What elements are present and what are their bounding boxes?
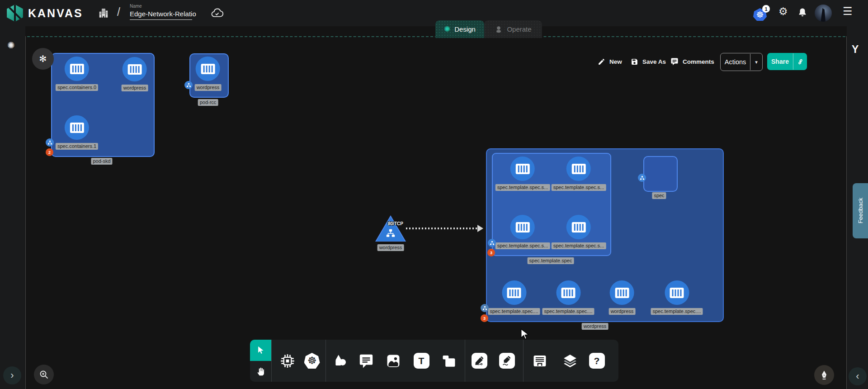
sticky-note-tool[interactable] — [437, 340, 461, 382]
node-template-container[interactable]: spec.template.spec.... — [488, 280, 540, 315]
container-icon — [196, 57, 220, 81]
toolbar-divider — [326, 340, 326, 382]
node-service-wordpress[interactable] — [375, 215, 406, 242]
copy-link-icon[interactable] — [793, 57, 807, 66]
actions-dropdown-button[interactable]: Actions ▾ — [720, 53, 763, 71]
node-wordpress-container[interactable]: wordpress — [195, 57, 222, 91]
expand-right-panel-button[interactable]: ‹ — [849, 367, 867, 385]
node-template-container[interactable]: spec.template.spec.... — [651, 280, 703, 315]
help-icon: ? — [589, 353, 605, 369]
node-template-container[interactable]: spec.template.spec.s... — [495, 157, 550, 191]
node-template-container[interactable]: spec.template.spec.... — [542, 280, 594, 315]
relationship-badge-icon[interactable] — [488, 239, 496, 247]
freehand-draw-icon — [499, 353, 515, 369]
kubernetes-components-tool[interactable]: ☸ — [300, 340, 324, 382]
design-name-input[interactable]: Edge-Network-Relatio — [130, 9, 192, 20]
freehand-draw-tool[interactable] — [495, 340, 519, 382]
relationship-badge-icon[interactable] — [46, 138, 54, 147]
settings-gear-icon[interactable]: ⚙ — [778, 6, 788, 17]
node-wordpress-container[interactable]: wordpress — [609, 280, 636, 315]
error-count-badge[interactable]: 2 — [46, 148, 53, 156]
zoom-button[interactable] — [34, 365, 54, 384]
tab-operate-label: Operate — [507, 25, 531, 33]
container-icon — [510, 157, 535, 181]
help-tool[interactable]: ? — [585, 340, 609, 382]
comments-button[interactable]: Comments — [670, 53, 714, 70]
mesh-components-tool[interactable] — [275, 340, 300, 382]
notifications-bell-icon[interactable] — [797, 7, 808, 18]
share-button-divider — [793, 53, 793, 70]
group-label-pod-rcc: pod-rcc — [198, 99, 218, 106]
node-template-container[interactable]: spec.template.spec.s... — [552, 215, 606, 249]
flower-button[interactable]: ✻ — [32, 48, 54, 70]
node-label: spec.template.spec.s... — [495, 184, 550, 191]
layers-icon — [562, 353, 578, 369]
share-button[interactable]: Share — [767, 53, 807, 70]
toolbar-divider — [271, 340, 272, 382]
caret-down-icon[interactable]: ▾ — [750, 59, 762, 65]
container-icon — [65, 57, 89, 81]
comments-button-label: Comments — [683, 58, 714, 65]
kanvas-logo[interactable]: KANVAS — [6, 5, 83, 22]
chip-icon — [279, 353, 296, 369]
node-template-container[interactable]: spec.template.spec.s... — [552, 157, 606, 191]
floppy-icon — [631, 58, 638, 66]
toolbar-divider — [523, 340, 524, 382]
save-as-button[interactable]: Save As — [631, 53, 666, 70]
relationship-badge-icon[interactable] — [638, 174, 646, 182]
node-spec-containers-0[interactable]: spec.containers.0 — [56, 57, 98, 91]
design-spiral-icon: ✺ — [444, 24, 450, 34]
comment-icon — [670, 57, 679, 66]
tab-design[interactable]: ✺ Design — [435, 20, 484, 38]
design-name-field[interactable]: Name Edge-Network-Relatio — [130, 4, 193, 20]
edge-pen-tool[interactable] — [467, 340, 491, 382]
error-count-badge[interactable]: 3 — [487, 249, 495, 256]
node-label: spec.template.spec.s... — [552, 184, 606, 191]
pen-nib-button[interactable] — [814, 365, 834, 385]
relationship-badge-icon[interactable] — [481, 304, 489, 312]
mouse-cursor — [520, 328, 530, 340]
save-as-button-label: Save As — [642, 58, 666, 65]
kubernetes-icon: ☸ — [304, 353, 320, 369]
spec-node-label: spec — [652, 192, 666, 199]
container-icon — [556, 280, 580, 305]
tab-operate[interactable]: Operate — [484, 20, 542, 38]
organization-icon[interactable] — [98, 7, 109, 19]
meshery-spiral-icon[interactable]: ✺ — [7, 40, 15, 51]
text-icon: T — [414, 353, 429, 369]
node-spec-containers-1[interactable]: spec.containers.1 — [56, 115, 98, 150]
share-button-label: Share — [767, 58, 793, 65]
group-label-spec-template-spec: spec.template.spec — [528, 257, 574, 264]
tab-design-label: Design — [454, 25, 476, 33]
text-tool[interactable]: T — [409, 340, 434, 382]
comment-tool[interactable] — [354, 340, 378, 382]
new-button[interactable]: New — [598, 53, 622, 70]
comment-icon — [359, 353, 374, 369]
node-label: spec.template.spec.... — [651, 308, 703, 315]
node-label: spec.template.spec.s... — [552, 242, 606, 249]
shapes-tool[interactable] — [328, 340, 353, 382]
image-tool[interactable] — [381, 340, 406, 382]
node-spec[interactable] — [643, 156, 678, 192]
container-icon — [510, 215, 535, 239]
new-button-label: New — [609, 58, 622, 65]
node-wordpress-container[interactable]: wordpress — [122, 57, 148, 91]
node-label: wordpress — [609, 308, 636, 315]
node-template-container[interactable]: spec.template.spec.s... — [495, 215, 550, 249]
layer5-y-icon[interactable]: Y — [852, 43, 859, 56]
layers-tool[interactable] — [558, 340, 582, 382]
sitemap-icon — [386, 228, 396, 238]
actions-dropdown-label: Actions — [721, 58, 750, 66]
drawer-tool[interactable] — [528, 340, 552, 382]
relationship-badge-icon[interactable] — [184, 81, 193, 89]
expand-left-panel-button[interactable]: › — [3, 366, 21, 384]
error-count-badge[interactable]: 3 — [481, 314, 488, 322]
user-avatar[interactable] — [815, 5, 832, 22]
feedback-tab[interactable]: Feedback — [853, 183, 868, 238]
pointer-tools-column — [250, 340, 271, 382]
pan-hand-tool[interactable] — [250, 361, 271, 382]
menu-icon[interactable]: ☰ — [843, 6, 853, 17]
cursor-tool[interactable] — [250, 340, 271, 361]
left-sidebar-divider — [25, 36, 26, 389]
service-edge[interactable] — [406, 228, 479, 229]
